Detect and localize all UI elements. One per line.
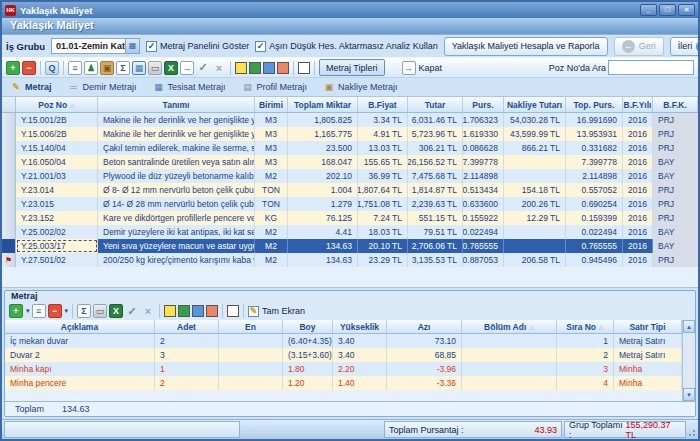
column-header-3[interactable]: Toplam Miktar <box>288 97 358 112</box>
metraj-swatch-orange-icon[interactable] <box>206 305 218 317</box>
cell: 2,706.06 TL <box>408 239 463 253</box>
metraj-sigma-icon[interactable]: Σ <box>77 304 91 318</box>
table-row[interactable]: ⚑Y.27.501/02200/250 kg kireç/çimento kar… <box>2 253 698 267</box>
scroll-down-icon[interactable]: ▼ <box>683 388 695 401</box>
metraj-add-icon[interactable]: + <box>9 304 23 318</box>
metraj-tipleri-button[interactable]: Metraj Tipleri <box>319 59 385 76</box>
remove-row-icon[interactable]: − <box>22 61 36 75</box>
sigma-icon[interactable]: Σ <box>116 61 130 75</box>
metraj-excel-icon[interactable]: X <box>109 304 123 318</box>
tam-ekran-toggle[interactable]: ✎ Tam Ekran <box>248 306 305 317</box>
cell: Y.23.014 <box>16 183 98 197</box>
metraj-column-header-8[interactable]: Satır Tipi <box>614 320 682 333</box>
asiri-dusuk-checkbox[interactable]: ✓ Aşırı Düşük Hes. Aktarmasız Analiz Kul… <box>255 41 438 52</box>
table-icon[interactable]: ▦ <box>132 61 146 75</box>
metraj-cancel-icon[interactable]: × <box>141 304 155 318</box>
minimize-icon[interactable]: _ <box>640 4 657 16</box>
table-row[interactable]: Y.21.001/03Plywood ile düz yüzeyli beton… <box>2 169 698 183</box>
cancel-icon[interactable]: × <box>212 61 226 75</box>
table-row[interactable]: Y.15.001/2BMakine ile her derinlik ve he… <box>2 113 698 127</box>
preview-icon[interactable]: ≡ <box>68 61 82 75</box>
metraj-column-header-3[interactable]: Boy <box>283 320 333 333</box>
swatch-white-icon[interactable] <box>298 62 310 74</box>
scroll-track[interactable] <box>683 333 695 388</box>
maximize-icon[interactable]: □ <box>659 4 676 16</box>
metraj-swatch-green-icon[interactable] <box>178 305 190 317</box>
combo-open-icon[interactable]: ▦ <box>125 39 139 53</box>
column-header-9[interactable]: B.F.Yılı <box>623 97 653 112</box>
metraj-row[interactable]: Duvar 23(3.15+3.60)3.4068.852Metraj Satı… <box>5 348 682 362</box>
table-row[interactable]: Y.25.003/17Yeni sıva yüzeylere macun ve … <box>2 239 698 253</box>
package-icon[interactable]: ▣ <box>100 61 114 75</box>
metraj-swatch-white-icon[interactable] <box>227 305 239 317</box>
cell <box>462 348 557 362</box>
tab-demir-metraji[interactable]: ═ Demir Metrajı <box>68 81 137 93</box>
metraj-row[interactable]: Minha pencere21.201.40-3.364Minha <box>5 376 682 390</box>
tab-metraj[interactable]: ✎ Metraj <box>10 81 52 93</box>
column-header-4[interactable]: B.Fiyat <box>358 97 408 112</box>
swatch-yellow-icon[interactable] <box>235 62 247 74</box>
cell: Minha <box>614 362 682 376</box>
metraj-remove-icon[interactable]: − <box>48 304 62 318</box>
metraj-column-header-5[interactable]: Azı <box>387 320 462 333</box>
geri-button[interactable]: ← Geri <box>614 37 664 56</box>
remove-dropdown-icon[interactable]: ▾ <box>65 307 69 315</box>
print-icon[interactable]: ▭ <box>148 61 162 75</box>
find-icon[interactable]: Q <box>45 61 59 75</box>
metraj-column-header-2[interactable]: En <box>219 320 283 333</box>
metraj-print-icon[interactable]: ▭ <box>93 304 107 318</box>
analysis-icon[interactable]: ♟ <box>84 61 98 75</box>
scroll-up-icon[interactable]: ▲ <box>683 320 695 333</box>
is-grubu-combo[interactable]: 01.01-Zemin Kat ▦ <box>51 38 140 54</box>
swatch-blue-icon[interactable] <box>263 62 275 74</box>
table-row[interactable]: Y.23.015Ø 14- Ø 28 mm nervürlü beton çel… <box>2 197 698 211</box>
metraj-column-header-4[interactable]: Yükseklik <box>333 320 387 333</box>
cell: 1.40 <box>333 376 387 390</box>
hesapla-raporla-button[interactable]: Yaklaşık Maliyeti Hesapla ve Raporla <box>444 37 608 56</box>
column-header-7[interactable]: Nakliye Tutarı <box>504 97 566 112</box>
metraj-row[interactable]: İç mekan duvar2(6.40+4.35)3.4073.101Metr… <box>5 334 682 348</box>
table-row[interactable]: Y.16.050/04Beton santralinde üretilen ve… <box>2 155 698 169</box>
metraj-column-header-1[interactable]: Adet <box>155 320 219 333</box>
metraj-column-header-0[interactable]: Açıklama <box>5 320 155 333</box>
table-row[interactable]: Y.15.006/2BMakine ile her derinlik ve he… <box>2 127 698 141</box>
cell: TON <box>255 197 288 211</box>
column-header-1[interactable]: Tanımı <box>98 97 255 112</box>
metraj-swatch-yellow-icon[interactable] <box>164 305 176 317</box>
metraj-approve-icon[interactable]: ✓ <box>125 304 139 318</box>
metraj-column-header-6[interactable]: Bölüm Adı△ <box>462 320 557 333</box>
column-header-5[interactable]: Tutar <box>408 97 463 112</box>
metraj-copy-icon[interactable]: ≡ <box>32 304 46 318</box>
tab-nakliye-metraji[interactable]: ▣ Nakliye Metrajı <box>323 81 398 93</box>
table-row[interactable]: Y.23.152Kare ve dikdörtgen profillerle p… <box>2 211 698 225</box>
add-dropdown-icon[interactable]: ▾ <box>26 307 30 315</box>
column-header-10[interactable]: B.F.K. <box>653 97 698 112</box>
resize-grip[interactable] <box>688 421 696 438</box>
close-icon[interactable]: × <box>678 4 695 16</box>
cell: Y.23.152 <box>16 211 98 225</box>
add-row-icon[interactable]: + <box>6 61 20 75</box>
table-row[interactable]: Y.15.140/04Çakıl temin edilerek, makine … <box>2 141 698 155</box>
cell: 0.690254 <box>566 197 623 211</box>
column-header-0[interactable]: Poz No△ <box>16 97 98 112</box>
tab-profil-metraji[interactable]: ▤ Profil Metrajı <box>242 81 308 93</box>
column-header-8[interactable]: Top. Purs. <box>566 97 623 112</box>
table-row[interactable]: Y.23.014Ø 8- Ø 12 mm nervürlü beton çeli… <box>2 183 698 197</box>
kapat-button[interactable]: → Kapat <box>397 59 448 76</box>
metraj-panel-checkbox[interactable]: ✓ Metraj Panelini Göster <box>146 41 249 52</box>
excel-icon[interactable]: X <box>164 61 178 75</box>
swatch-orange-icon[interactable] <box>277 62 289 74</box>
metraj-column-header-7[interactable]: Sıra No△ <box>557 320 614 333</box>
tab-tesisat-metraji[interactable]: ▦ Tesisat Metrajı <box>153 81 226 93</box>
column-header-2[interactable]: Birimi <box>255 97 288 112</box>
metraj-swatch-blue-icon[interactable] <box>192 305 204 317</box>
export-icon[interactable]: → <box>180 61 194 75</box>
table-row[interactable]: Y.25.002/02Demir yüzeylere iki kat antip… <box>2 225 698 239</box>
approve-icon[interactable]: ✓ <box>196 61 210 75</box>
swatch-green-icon[interactable] <box>249 62 261 74</box>
metraj-scrollbar[interactable]: ▲ ▼ <box>682 320 695 401</box>
column-header-6[interactable]: Purs. <box>463 97 504 112</box>
metraj-row[interactable]: Minha kapı11.802.20-3.963Minha <box>5 362 682 376</box>
ileri-button[interactable]: İleri → <box>670 37 700 56</box>
poz-search-input[interactable] <box>608 60 694 75</box>
